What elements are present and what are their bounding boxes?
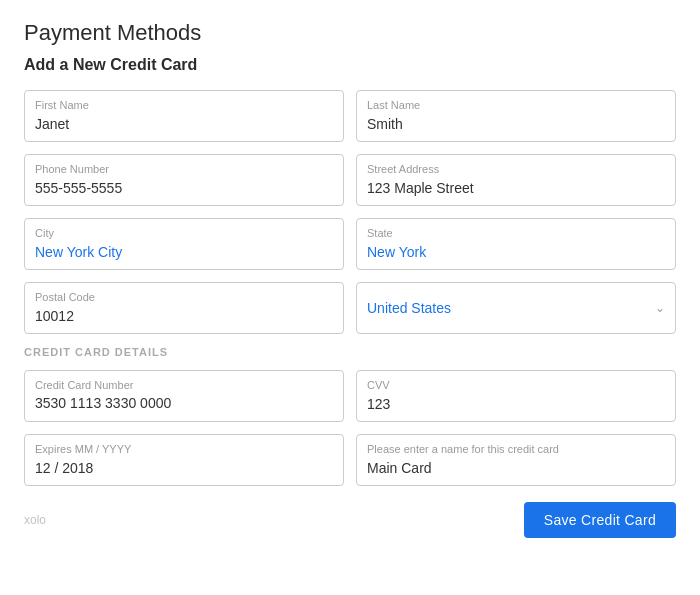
first-name-label: First Name — [35, 99, 333, 111]
expires-input[interactable] — [35, 460, 333, 476]
postal-field[interactable]: Postal Code — [24, 282, 344, 334]
cvv-field[interactable]: CVV — [356, 370, 676, 422]
page-subtitle: Add a New Credit Card — [24, 56, 676, 74]
cvv-label: CVV — [367, 379, 665, 391]
state-label: State — [367, 227, 665, 239]
street-field[interactable]: Street Address — [356, 154, 676, 206]
last-name-label: Last Name — [367, 99, 665, 111]
state-field[interactable]: State — [356, 218, 676, 270]
card-name-input[interactable] — [367, 460, 665, 476]
save-credit-card-button[interactable]: Save Credit Card — [524, 502, 676, 538]
cvv-input[interactable] — [367, 396, 665, 412]
cc-section-label: CREDIT CARD DETAILS — [24, 346, 676, 358]
city-label: City — [35, 227, 333, 239]
card-name-field[interactable]: Please enter a name for this credit card — [356, 434, 676, 486]
phone-label: Phone Number — [35, 163, 333, 175]
first-name-field[interactable]: First Name — [24, 90, 344, 142]
expires-label: Expires MM / YYYY — [35, 443, 333, 455]
country-value: United States — [367, 300, 451, 316]
last-name-field[interactable]: Last Name — [356, 90, 676, 142]
cc-number-label: Credit Card Number — [35, 379, 333, 391]
postal-input[interactable] — [35, 308, 333, 324]
cc-number-field[interactable]: Credit Card Number 3530 1113 3330 0000 — [24, 370, 344, 422]
page-title: Payment Methods — [24, 20, 676, 46]
bottom-bar: xolo Save Credit Card — [24, 502, 676, 538]
first-name-input[interactable] — [35, 116, 333, 132]
cc-number-value: 3530 1113 3330 0000 — [35, 395, 171, 411]
xolo-logo: xolo — [24, 513, 46, 527]
last-name-input[interactable] — [367, 116, 665, 132]
expires-field[interactable]: Expires MM / YYYY — [24, 434, 344, 486]
city-input[interactable] — [35, 244, 333, 260]
country-select[interactable]: United States ⌄ — [356, 282, 676, 334]
chevron-down-icon: ⌄ — [655, 301, 665, 315]
state-input[interactable] — [367, 244, 665, 260]
city-field[interactable]: City — [24, 218, 344, 270]
phone-input[interactable] — [35, 180, 333, 196]
postal-label: Postal Code — [35, 291, 333, 303]
phone-field[interactable]: Phone Number — [24, 154, 344, 206]
card-name-label: Please enter a name for this credit card — [367, 443, 665, 455]
street-label: Street Address — [367, 163, 665, 175]
street-input[interactable] — [367, 180, 665, 196]
